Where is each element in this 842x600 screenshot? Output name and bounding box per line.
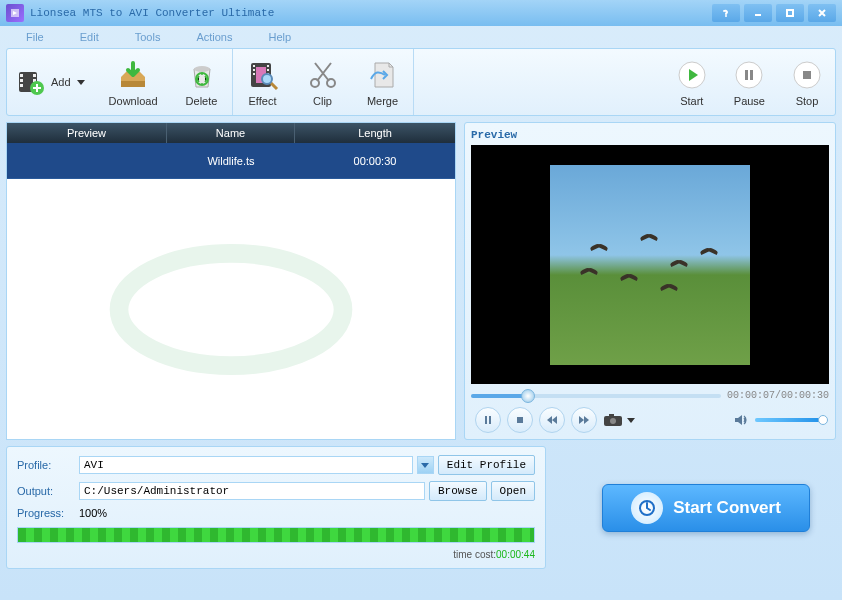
file-list: Preview Name Length Wildlife.ts 00:00:30 [6, 122, 456, 440]
merge-icon [367, 57, 399, 93]
menu-help[interactable]: Help [268, 31, 291, 43]
output-input[interactable] [79, 482, 425, 500]
download-label: Download [109, 95, 158, 107]
window-title: Lionsea MTS to AVI Converter Ultimate [30, 7, 712, 19]
col-preview-header[interactable]: Preview [7, 123, 167, 143]
file-row[interactable]: Wildlife.ts 00:00:30 [7, 143, 455, 179]
open-button[interactable]: Open [491, 481, 535, 501]
menu-actions[interactable]: Actions [196, 31, 232, 43]
volume-slider[interactable] [755, 418, 825, 422]
play-icon [678, 57, 706, 93]
svg-rect-6 [33, 74, 36, 77]
col-length-header[interactable]: Length [295, 123, 455, 143]
svg-rect-14 [253, 69, 255, 71]
effect-button[interactable]: Effect [233, 49, 293, 115]
seek-thumb[interactable] [521, 389, 535, 403]
effect-icon [247, 57, 279, 93]
delete-label: Delete [186, 95, 218, 107]
svg-rect-16 [267, 65, 269, 67]
svg-rect-31 [517, 417, 523, 423]
minimize-button[interactable] [744, 4, 772, 22]
start-convert-label: Start Convert [673, 498, 781, 518]
start-label: Start [680, 95, 703, 107]
progress-bar [17, 527, 535, 543]
convert-icon [631, 492, 663, 524]
effect-label: Effect [249, 95, 277, 107]
merge-label: Merge [367, 95, 398, 107]
toolbar: Add Download Delete Effect Clip Merge St… [6, 48, 836, 116]
snapshot-button[interactable] [603, 413, 635, 427]
merge-button[interactable]: Merge [353, 49, 413, 115]
svg-rect-17 [267, 69, 269, 71]
svg-point-33 [610, 418, 616, 424]
menu-tools[interactable]: Tools [135, 31, 161, 43]
download-button[interactable]: Download [95, 49, 172, 115]
edit-profile-button[interactable]: Edit Profile [438, 455, 535, 475]
volume-icon[interactable] [733, 412, 749, 428]
svg-rect-29 [485, 416, 487, 424]
volume-thumb[interactable] [818, 415, 828, 425]
time-display: 00:00:07/00:00:30 [727, 390, 829, 401]
pause-label: Pause [734, 95, 765, 107]
menu-bar: File Edit Tools Actions Help [0, 26, 842, 48]
delete-button[interactable]: Delete [172, 49, 232, 115]
clip-button[interactable]: Clip [293, 49, 353, 115]
svg-point-10 [194, 66, 210, 72]
media-pause-button[interactable] [475, 407, 501, 433]
profile-input[interactable] [79, 456, 413, 474]
preview-title: Preview [471, 129, 829, 141]
svg-point-20 [262, 74, 272, 84]
close-button[interactable] [808, 4, 836, 22]
video-frame [550, 165, 750, 365]
media-next-button[interactable] [571, 407, 597, 433]
menu-file[interactable]: File [26, 31, 44, 43]
seek-slider[interactable] [471, 394, 721, 398]
col-name-header[interactable]: Name [167, 123, 295, 143]
snapshot-caret-icon [627, 418, 635, 423]
maximize-button[interactable] [776, 4, 804, 22]
start-convert-button[interactable]: Start Convert [602, 484, 810, 532]
svg-point-24 [736, 62, 762, 88]
clip-icon [307, 57, 339, 93]
camera-icon [603, 413, 623, 427]
output-settings-panel: Profile: Edit Profile Output: Browse Ope… [6, 446, 546, 569]
add-button[interactable]: Add [7, 49, 95, 115]
svg-rect-4 [20, 79, 23, 82]
media-prev-button[interactable] [539, 407, 565, 433]
output-label: Output: [17, 485, 75, 497]
app-icon [6, 4, 24, 22]
download-icon [117, 57, 149, 93]
delete-icon [186, 57, 218, 93]
media-stop-button[interactable] [507, 407, 533, 433]
time-cost-label: time cost: [453, 549, 496, 560]
list-header: Preview Name Length [7, 123, 455, 143]
profile-dropdown-button[interactable] [417, 456, 434, 474]
time-cost-value: 00:00:44 [496, 549, 535, 560]
progress-label: Progress: [17, 507, 75, 519]
svg-rect-15 [253, 73, 255, 75]
browse-button[interactable]: Browse [429, 481, 487, 501]
dropdown-caret-icon [77, 80, 85, 85]
preview-video[interactable] [471, 145, 829, 384]
progress-value: 100% [79, 507, 107, 519]
svg-rect-1 [787, 10, 793, 16]
add-label: Add [51, 76, 71, 88]
preview-panel: Preview 00:00:07/00:00:30 [464, 122, 836, 440]
svg-rect-25 [745, 70, 748, 80]
pause-button[interactable]: Pause [720, 49, 779, 115]
menu-edit[interactable]: Edit [80, 31, 99, 43]
svg-rect-5 [20, 84, 23, 87]
file-name: Wildlife.ts [167, 143, 295, 178]
stop-button[interactable]: Stop [779, 49, 835, 115]
file-length: 00:00:30 [295, 143, 455, 178]
list-empty-area [7, 179, 455, 439]
profile-label: Profile: [17, 459, 75, 471]
svg-rect-3 [20, 74, 23, 77]
help-button[interactable] [712, 4, 740, 22]
start-button[interactable]: Start [664, 49, 720, 115]
clip-label: Clip [313, 95, 332, 107]
svg-rect-26 [750, 70, 753, 80]
file-thumbnail [7, 143, 167, 178]
svg-rect-30 [489, 416, 491, 424]
stop-icon [793, 57, 821, 93]
